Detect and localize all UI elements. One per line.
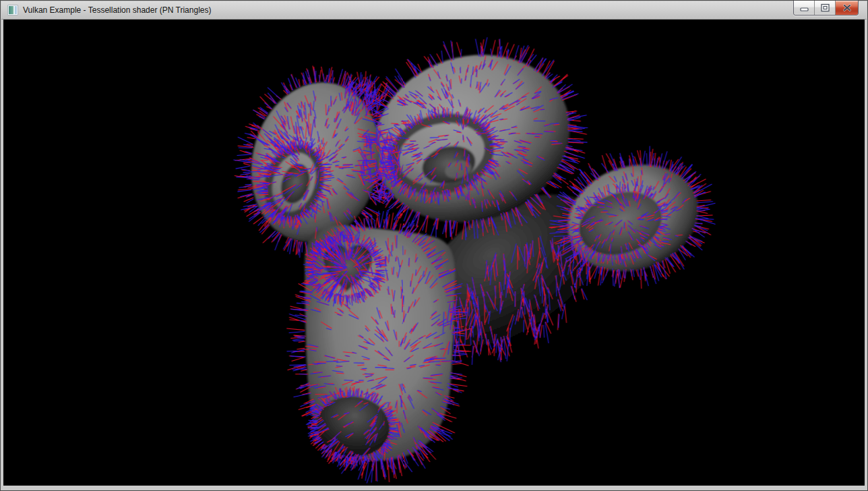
- app-window: Vulkan Example - Tessellation shader (PN…: [0, 0, 868, 491]
- maximize-icon: [821, 3, 830, 12]
- close-button[interactable]: [836, 1, 858, 15]
- window-title: Vulkan Example - Tessellation shader (PN…: [23, 1, 211, 19]
- close-icon: [842, 3, 852, 12]
- application-icon: [7, 5, 18, 16]
- window-controls: [793, 1, 859, 16]
- minimize-icon: [800, 3, 809, 12]
- minimize-button[interactable]: [794, 1, 815, 15]
- render-viewport[interactable]: [3, 20, 865, 486]
- title-bar[interactable]: Vulkan Example - Tessellation shader (PN…: [1, 1, 867, 20]
- maximize-button[interactable]: [815, 1, 836, 15]
- tessellation-render: [3, 20, 865, 486]
